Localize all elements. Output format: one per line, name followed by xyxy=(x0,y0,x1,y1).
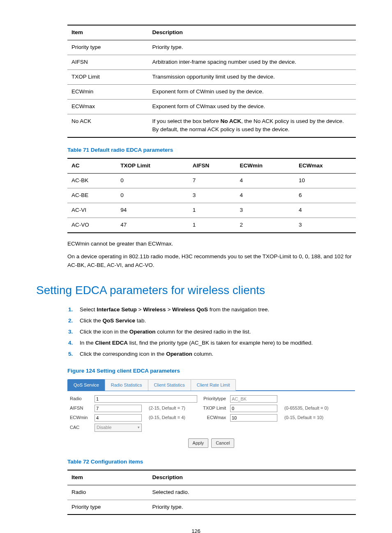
table-row: AC-VI94134 xyxy=(67,203,356,218)
apply-button[interactable]: Apply xyxy=(188,438,209,448)
col-ecwmax: ECWmax xyxy=(295,158,356,173)
radio-field[interactable] xyxy=(95,395,197,403)
page-number: 126 xyxy=(36,527,356,533)
step-4: In the Client EDCA list, find the priori… xyxy=(77,339,356,348)
table-row: ECWminExponent form of CWmin used by the… xyxy=(67,84,356,99)
label-prioritytype: Prioritytype xyxy=(197,395,230,402)
aifsn-field[interactable] xyxy=(95,405,142,412)
table-row: AC-BK07410 xyxy=(67,174,356,188)
tab-strip: QoS Service Radio Statistics Client Stat… xyxy=(67,379,355,391)
note-80211b: On a device operating in 802.11b radio m… xyxy=(67,253,356,270)
ecwmin-field[interactable] xyxy=(95,414,142,422)
client-edca-ui: QoS Service Radio Statistics Client Stat… xyxy=(67,379,355,450)
steps-list: Select Interface Setup > Wireless > Wire… xyxy=(67,306,356,359)
label-cac: CAC xyxy=(70,424,95,431)
tab-qos-service[interactable]: QoS Service xyxy=(67,379,105,391)
col-item: Item xyxy=(67,25,148,40)
col-aifsn: AIFSN xyxy=(189,158,236,173)
item-description-table: Item Description Priority typePriority t… xyxy=(67,25,356,138)
step-5: Click the corresponding icon in the Oper… xyxy=(77,350,356,359)
label-ecwmin: ECWmin xyxy=(70,414,95,421)
label-radio: Radio xyxy=(70,395,95,402)
prioritytype-field[interactable] xyxy=(230,395,277,403)
cancel-button[interactable]: Cancel xyxy=(211,438,234,448)
table-row: RadioSelected radio. xyxy=(67,485,356,500)
section-heading: Setting EDCA parameters for wireless cli… xyxy=(36,281,356,299)
note-ecwmin: ECWmin cannot be greater than ECWmax. xyxy=(67,240,356,248)
label-ecwmax: ECWmax xyxy=(197,414,230,421)
cac-select[interactable]: Disable ▾ xyxy=(95,424,142,432)
col-desc: Description xyxy=(148,25,356,40)
step-1: Select Interface Setup > Wireless > Wire… xyxy=(77,306,356,314)
table-row: AIFSNArbitration inter-frame spacing num… xyxy=(67,55,356,70)
ecwmax-field[interactable] xyxy=(230,414,277,422)
hint-txop: (0-65535, Default = 0) xyxy=(284,405,333,412)
table-row: ECWmaxExponent form of CWmax used by the… xyxy=(67,99,356,114)
col-ecwmin: ECWmin xyxy=(236,158,295,173)
step-3: Click the icon in the Operation column f… xyxy=(77,328,356,336)
table-row: Priority typePriority type. xyxy=(67,500,356,514)
label-txop: TXOP Limit xyxy=(197,405,230,412)
configuration-items-table: Item Description RadioSelected radio. Pr… xyxy=(67,470,356,515)
table-row: Priority typePriority type. xyxy=(67,40,356,55)
table-row-noack: No ACK If you select the box before No A… xyxy=(67,114,356,137)
col-item: Item xyxy=(67,470,148,485)
cac-value: Disable xyxy=(97,424,112,431)
table-row: AC-VO47123 xyxy=(67,218,356,232)
hint-aifsn: (2-15, Default = 7) xyxy=(148,405,197,412)
figure124-caption: Figure 124 Setting client EDCA parameter… xyxy=(67,367,356,375)
tab-radio-statistics[interactable]: Radio Statistics xyxy=(105,379,148,391)
col-txop: TXOP Limit xyxy=(116,158,189,173)
hint-ecwmin: (0-15, Default = 4) xyxy=(148,414,197,421)
txop-field[interactable] xyxy=(230,405,277,412)
hint-ecwmax: (0-15, Default = 10) xyxy=(284,414,333,421)
col-desc: Description xyxy=(148,470,356,485)
col-ac: AC xyxy=(67,158,116,173)
step-2: Click the QoS Service tab. xyxy=(77,317,356,325)
chevron-down-icon: ▾ xyxy=(138,425,140,431)
edca-parameters-table: AC TXOP Limit AIFSN ECWmin ECWmax AC-BK0… xyxy=(67,158,356,233)
tab-client-rate-limit[interactable]: Client Rate Limit xyxy=(191,379,236,391)
table-row: AC-BE0346 xyxy=(67,188,356,203)
table71-caption: Table 71 Default radio EDCA parameters xyxy=(67,146,356,155)
table72-caption: Table 72 Configuration items xyxy=(67,458,356,466)
table-row: TXOP LimitTransmission opportunity limit… xyxy=(67,70,356,84)
tab-client-statistics[interactable]: Client Statistics xyxy=(148,379,191,391)
label-aifsn: AIFSN xyxy=(70,405,95,412)
